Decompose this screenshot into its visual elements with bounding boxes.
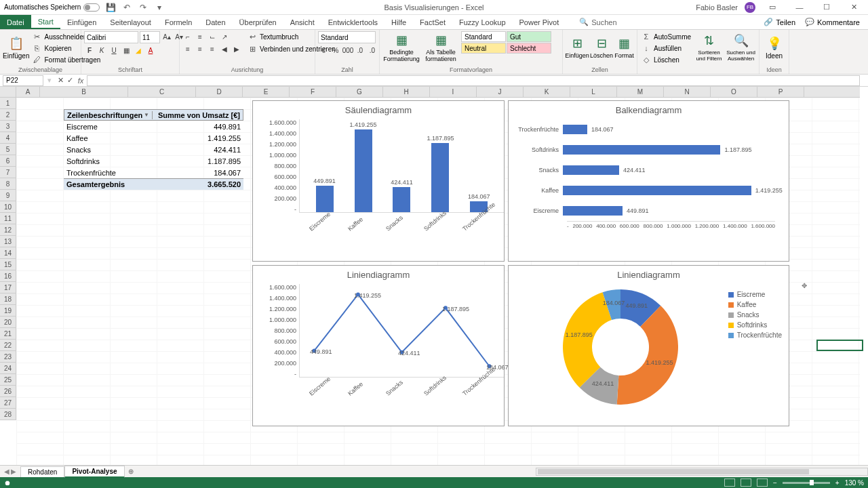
- row-header[interactable]: 14: [0, 247, 16, 259]
- col-header[interactable]: H: [383, 87, 430, 97]
- style-neutral[interactable]: Neutral: [461, 43, 506, 54]
- tab-seitenlayout[interactable]: Seitenlayout: [103, 15, 158, 29]
- col-header[interactable]: J: [477, 87, 524, 97]
- comments-button[interactable]: 💬 Kommentare: [801, 16, 864, 28]
- align-mid-icon[interactable]: ≡: [195, 31, 205, 42]
- row-header[interactable]: 10: [0, 201, 16, 213]
- tab-fuzzy[interactable]: Fuzzy Lookup: [452, 15, 512, 29]
- zoom-slider[interactable]: [783, 482, 830, 484]
- row-header[interactable]: 24: [0, 363, 16, 374]
- font-color-icon[interactable]: A: [145, 45, 156, 56]
- comma-icon[interactable]: 000: [342, 45, 353, 56]
- zoom-level[interactable]: 130 %: [845, 479, 864, 487]
- insert-cells-button[interactable]: ⊞Einfügen: [566, 31, 589, 64]
- fill-button[interactable]: ↓Ausfüllen: [640, 43, 692, 54]
- row-header[interactable]: 13: [0, 236, 16, 247]
- row-header[interactable]: 26: [0, 386, 16, 397]
- zoom-out-icon[interactable]: −: [773, 479, 777, 487]
- view-normal-icon[interactable]: [724, 479, 735, 487]
- cancel-icon[interactable]: ✕: [56, 76, 65, 85]
- tab-formeln[interactable]: Formeln: [158, 15, 199, 29]
- tab-entwicklertools[interactable]: Entwicklertools: [321, 15, 384, 29]
- sheet-tab-rohdaten[interactable]: Rohdaten: [20, 466, 64, 477]
- row-header[interactable]: 5: [0, 144, 16, 155]
- name-box[interactable]: P22: [3, 75, 43, 86]
- col-header[interactable]: N: [664, 87, 711, 97]
- align-left-icon[interactable]: ≡: [182, 43, 193, 54]
- tab-ansicht[interactable]: Ansicht: [283, 15, 321, 29]
- row-header[interactable]: 4: [0, 132, 16, 144]
- zoom-in-icon[interactable]: +: [835, 479, 840, 487]
- tab-start[interactable]: Start: [31, 15, 60, 29]
- enter-icon[interactable]: ✓: [65, 76, 75, 85]
- number-format-select[interactable]: Standard: [318, 31, 376, 43]
- col-header[interactable]: F: [290, 87, 336, 97]
- tab-powerpivot[interactable]: Power Pivot: [513, 15, 566, 29]
- col-header[interactable]: E: [243, 87, 290, 97]
- align-right-icon[interactable]: ≡: [207, 43, 218, 54]
- row-header[interactable]: 8: [0, 178, 16, 190]
- tab-daten[interactable]: Daten: [199, 15, 232, 29]
- inc-decimal-icon[interactable]: .0: [355, 45, 366, 56]
- undo-icon[interactable]: ↶: [121, 2, 132, 13]
- row-header[interactable]: 15: [0, 259, 16, 270]
- bar-chart[interactable]: Balkendiagramm Trockenfrüchte184.067Soft…: [508, 100, 789, 262]
- delete-cells-button[interactable]: ⊟Löschen: [590, 31, 613, 64]
- row-header[interactable]: 17: [0, 282, 16, 293]
- style-gut[interactable]: Gut: [507, 31, 551, 42]
- style-schlecht[interactable]: Schlecht: [507, 43, 551, 54]
- border-icon[interactable]: ▦: [121, 45, 132, 56]
- sheet-nav-first-icon[interactable]: ◀: [4, 468, 9, 475]
- donut-chart[interactable]: Liniendiagramm 449.8911.419.255424.4111.…: [508, 265, 789, 426]
- col-header[interactable]: D: [196, 87, 243, 97]
- sheet-tab-pivot[interactable]: Pivot-Analyse: [64, 466, 124, 478]
- row-header[interactable]: 22: [0, 340, 16, 351]
- find-select-button[interactable]: 🔍Suchen und Auswählen: [726, 31, 756, 64]
- col-header[interactable]: G: [336, 87, 383, 97]
- col-header[interactable]: A: [16, 87, 40, 97]
- row-header[interactable]: 27: [0, 397, 16, 409]
- col-header[interactable]: O: [711, 87, 757, 97]
- redo-icon[interactable]: ↷: [138, 2, 149, 13]
- row-header[interactable]: 20: [0, 317, 16, 328]
- currency-icon[interactable]: €: [318, 45, 329, 56]
- table-format-button[interactable]: ▦Als Tabelle formatieren: [422, 31, 460, 64]
- row-header[interactable]: 19: [0, 305, 16, 317]
- tab-einfuegen[interactable]: Einfügen: [60, 15, 103, 29]
- autosave-toggle[interactable]: Automatisches Speichern: [4, 3, 100, 12]
- minimize-icon[interactable]: —: [789, 1, 810, 14]
- line-chart[interactable]: Liniendiagramm 1.600.0001.400.0001.200.0…: [252, 265, 505, 426]
- row-header[interactable]: 9: [0, 190, 16, 201]
- row-header[interactable]: 21: [0, 328, 16, 340]
- style-standard[interactable]: Standard: [461, 31, 506, 42]
- row-header[interactable]: 28: [0, 409, 16, 420]
- autosum-button[interactable]: ΣAutoSumme: [640, 31, 692, 42]
- record-macro-icon[interactable]: ⏺: [4, 479, 11, 487]
- sort-filter-button[interactable]: ⇅Sortieren und Filtern: [694, 31, 724, 64]
- row-header[interactable]: 18: [0, 293, 16, 305]
- share-button[interactable]: 🔗 Teilen: [760, 16, 800, 28]
- formula-input[interactable]: [87, 75, 860, 86]
- row-header[interactable]: 1: [0, 98, 16, 109]
- clear-button[interactable]: ◇Löschen: [640, 54, 692, 65]
- align-top-icon[interactable]: ⌐: [182, 31, 193, 42]
- select-all-button[interactable]: [0, 87, 16, 98]
- font-size-select[interactable]: 11: [140, 31, 160, 43]
- percent-icon[interactable]: %: [330, 45, 341, 56]
- row-header[interactable]: 6: [0, 155, 16, 167]
- orientation-icon[interactable]: ↗: [219, 31, 230, 42]
- col-header[interactable]: P: [757, 87, 804, 97]
- col-header[interactable]: C: [128, 87, 196, 97]
- add-sheet-icon[interactable]: ⊕: [125, 466, 137, 478]
- font-name-select[interactable]: Calibri: [84, 31, 138, 43]
- fx-icon[interactable]: fx: [75, 77, 87, 85]
- row-header[interactable]: 12: [0, 224, 16, 236]
- ribbon-display-icon[interactable]: ▭: [762, 1, 783, 14]
- paste-button[interactable]: 📋Einfügen: [3, 31, 29, 64]
- column-chart[interactable]: Säulendiagramm 1.600.0001.400.0001.200.0…: [252, 100, 505, 262]
- tab-datei[interactable]: Datei: [0, 15, 31, 29]
- underline-icon[interactable]: U: [108, 45, 119, 56]
- col-header[interactable]: B: [40, 87, 128, 97]
- tab-hilfe[interactable]: Hilfe: [384, 15, 413, 29]
- tab-factset[interactable]: FactSet: [413, 15, 452, 29]
